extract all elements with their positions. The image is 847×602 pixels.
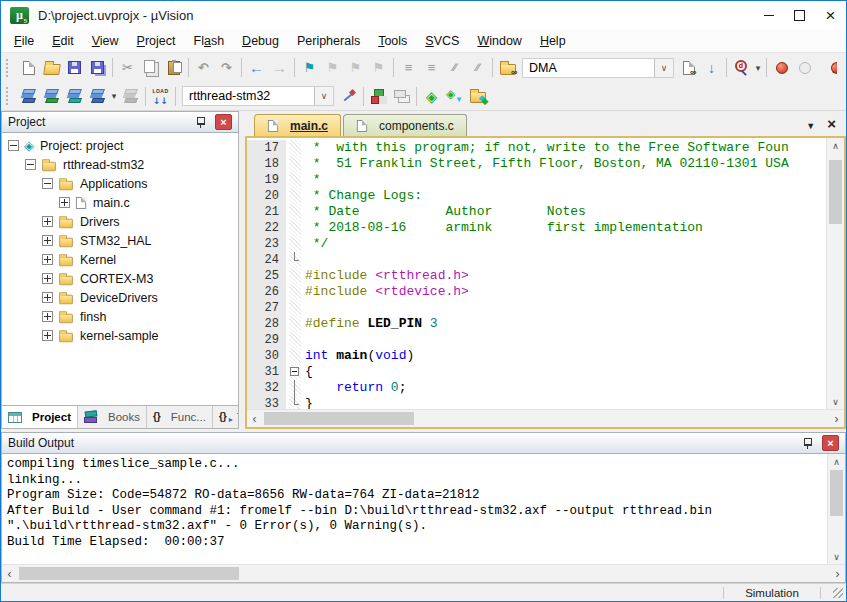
document-tab-main-c[interactable]: main.c: [254, 114, 341, 136]
open-folder-icon[interactable]: [40, 57, 63, 79]
collapse-icon[interactable]: [8, 140, 19, 151]
manage-rte-icon[interactable]: ◈: [420, 85, 443, 107]
menu-project[interactable]: Project: [128, 32, 185, 50]
search-tool-icon[interactable]: [730, 57, 753, 79]
translate-icon[interactable]: [17, 85, 40, 107]
menu-window[interactable]: Window: [468, 32, 530, 50]
scroll-left-icon[interactable]: [247, 410, 262, 427]
find-in-files-icon[interactable]: [496, 57, 519, 79]
build-output-pin-icon[interactable]: [803, 437, 813, 449]
scroll-right-icon[interactable]: [829, 410, 844, 427]
scrollbar-thumb[interactable]: [830, 470, 843, 516]
panel-tab-books[interactable]: Books: [78, 406, 147, 428]
expand-icon[interactable]: [42, 254, 53, 265]
navigate-forward-icon[interactable]: →: [268, 57, 291, 79]
search-combobox-dropdown-icon[interactable]: [654, 59, 673, 77]
scrollbar-thumb[interactable]: [19, 567, 239, 580]
toolbar-grip[interactable]: [6, 87, 12, 105]
tab-list-dropdown-icon[interactable]: [806, 115, 815, 133]
pack-installer-icon[interactable]: [466, 85, 489, 107]
project-close-button[interactable]: [215, 114, 232, 130]
save-all-icon[interactable]: [86, 57, 109, 79]
fold-marker[interactable]: [289, 364, 301, 380]
build-icon[interactable]: [40, 85, 63, 107]
enable-breakpoint-icon[interactable]: [793, 57, 816, 79]
menu-tools[interactable]: Tools: [369, 32, 416, 50]
kill-breakpoints-icon[interactable]: [819, 57, 842, 79]
paste-icon[interactable]: [162, 57, 185, 79]
scrollbar-thumb[interactable]: [829, 160, 842, 224]
menu-flash[interactable]: Flash: [185, 32, 234, 50]
toolbar-grip[interactable]: [6, 59, 12, 77]
uncomment-icon[interactable]: ∕∕: [466, 57, 489, 79]
scroll-up-icon[interactable]: [828, 454, 845, 469]
rebuild-icon[interactable]: [63, 85, 86, 107]
indent-icon[interactable]: ≡: [397, 57, 420, 79]
maximize-button[interactable]: [784, 1, 815, 30]
options-for-target-icon[interactable]: [337, 85, 360, 107]
bookmark-prev-icon[interactable]: ⚑: [321, 57, 344, 79]
copy-icon[interactable]: [139, 57, 162, 79]
expand-icon[interactable]: [42, 235, 53, 246]
search-combobox[interactable]: DMA: [522, 58, 674, 78]
new-file-icon[interactable]: [17, 57, 40, 79]
tree-item-main-c[interactable]: main.c: [2, 193, 238, 212]
scroll-up-icon[interactable]: [827, 138, 844, 153]
dropdown-caret-icon[interactable]: [753, 57, 763, 79]
tree-item-drivers[interactable]: Drivers: [2, 212, 238, 231]
build-horizontal-scrollbar[interactable]: [2, 564, 845, 582]
menu-debug[interactable]: Debug: [233, 32, 288, 50]
panel-tab-func[interactable]: {}Func...: [147, 406, 213, 428]
document-tab-components-c[interactable]: components.c: [343, 114, 467, 136]
panel-tab-temp[interactable]: {}Temp...: [213, 406, 239, 428]
comment-icon[interactable]: ∕∕: [443, 57, 466, 79]
project-pin-icon[interactable]: [196, 116, 206, 128]
bookmark-clear-icon[interactable]: ⚑: [367, 57, 390, 79]
resize-grip[interactable]: [821, 584, 846, 601]
tree-item-applications[interactable]: Applications: [2, 174, 238, 193]
bookmark-toggle-icon[interactable]: ⚑: [298, 57, 321, 79]
menu-svcs[interactable]: SVCS: [416, 32, 468, 50]
tree-item-kernel[interactable]: Kernel: [2, 250, 238, 269]
target-combobox[interactable]: rtthread-stm32: [182, 86, 334, 106]
tree-item-finsh[interactable]: finsh: [2, 307, 238, 326]
expand-icon[interactable]: [42, 292, 53, 303]
editor-horizontal-scrollbar[interactable]: [247, 409, 844, 427]
redo-icon[interactable]: ↷: [215, 57, 238, 79]
download-icon[interactable]: [149, 85, 172, 107]
menu-view[interactable]: View: [83, 32, 128, 50]
collapse-icon[interactable]: [25, 159, 36, 170]
build-output-close-button[interactable]: [822, 435, 839, 451]
rte-config-icon[interactable]: [443, 85, 466, 107]
menu-help[interactable]: Help: [531, 32, 575, 50]
tree-item-rtthread-stm32[interactable]: rtthread-stm32: [2, 155, 238, 174]
panel-tab-project[interactable]: Project: [2, 406, 78, 428]
tree-item-devicedrivers[interactable]: DeviceDrivers: [2, 288, 238, 307]
tree-item-project-project[interactable]: ◈Project: project: [2, 136, 238, 155]
code-editor[interactable]: 17 * with this program; if not, write to…: [247, 138, 826, 409]
menu-file[interactable]: File: [5, 32, 43, 50]
scroll-right-icon[interactable]: [830, 565, 845, 582]
tree-item-stm32-hal[interactable]: STM32_HAL: [2, 231, 238, 250]
menu-edit[interactable]: Edit: [43, 32, 83, 50]
close-document-icon[interactable]: [827, 115, 836, 133]
expand-icon[interactable]: [42, 330, 53, 341]
bookmark-next-icon[interactable]: ⚑: [344, 57, 367, 79]
target-combobox-dropdown-icon[interactable]: [314, 87, 333, 105]
outdent-icon[interactable]: ≡: [420, 57, 443, 79]
dropdown-caret-icon[interactable]: [109, 85, 119, 107]
expand-icon[interactable]: [42, 273, 53, 284]
navigate-back-icon[interactable]: ←: [245, 57, 268, 79]
manage-project-items-icon[interactable]: [367, 85, 390, 107]
file-extensions-icon[interactable]: [390, 85, 413, 107]
close-button[interactable]: [815, 1, 846, 30]
stop-build-icon[interactable]: [119, 85, 142, 107]
minimize-button[interactable]: [753, 1, 784, 30]
expand-icon[interactable]: [42, 216, 53, 227]
scroll-down-icon[interactable]: [827, 394, 844, 409]
tree-item-kernel-sample[interactable]: kernel-sample: [2, 326, 238, 345]
collapse-icon[interactable]: [42, 178, 53, 189]
incremental-find-icon[interactable]: ↓: [700, 57, 723, 79]
expand-icon[interactable]: [59, 197, 70, 208]
tree-item-cortex-m3[interactable]: CORTEX-M3: [2, 269, 238, 288]
